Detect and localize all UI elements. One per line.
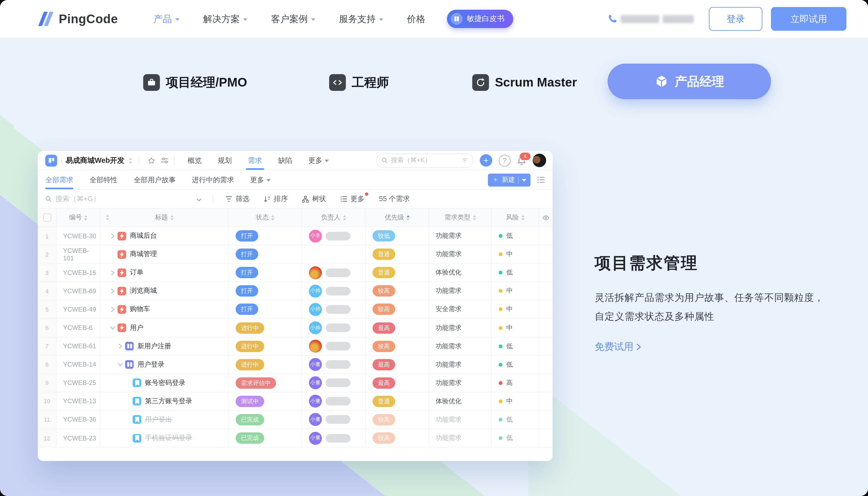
row-type[interactable]: 功能需求 [429,282,492,300]
table-row[interactable]: 5YCWEB-49购物车打开小帅较高安全需求中 [38,300,553,319]
nav-item-customers[interactable]: 客户案例 [271,13,315,25]
status-pill[interactable]: 打开 [236,230,258,242]
table-row[interactable]: 6YCWEB-6用户进行中小帅最高功能需求中 [38,319,553,337]
table-row[interactable]: 1YCWEB-30商城后台打开小李较低功能需求低 [38,227,553,245]
row-assignee-cell[interactable]: 小帅 [302,282,366,300]
row-assignee-cell[interactable] [302,245,366,263]
persona-tab-scrum-master[interactable]: Scrum Master [472,74,577,91]
assignee-avatar[interactable]: 小董 [309,395,322,408]
signup-button[interactable]: 立即试用 [771,7,847,31]
priority-pill[interactable]: 较低 [373,230,395,242]
row-title[interactable]: 第三方账号登录 [145,397,192,406]
row-title[interactable]: 用户 [130,323,143,332]
priority-pill[interactable]: 较高 [373,414,395,425]
table-row[interactable]: 3YCWEB-16订单打开普通体验优化低 [38,264,553,282]
tree-view-button[interactable]: 树状 [302,194,326,204]
column-header-type[interactable]: 需求类型 [429,208,492,227]
row-expand-chevron-right-icon[interactable] [109,307,116,312]
column-header-risk[interactable]: 风险 [492,208,539,227]
chevron-down-icon[interactable] [196,194,202,204]
row-title[interactable]: 浏览商城 [130,286,157,296]
row-risk[interactable]: 低 [492,337,539,355]
row-assignee-cell[interactable]: 小董 [302,411,366,429]
status-pill[interactable]: 打开 [236,285,258,297]
tab-planning[interactable]: 规划 [218,151,232,170]
row-risk[interactable]: 低 [492,227,539,245]
row-assignee-cell[interactable] [302,264,366,281]
priority-pill[interactable]: 普通 [373,267,395,278]
priority-pill[interactable]: 普通 [373,249,395,260]
row-type[interactable]: 功能需求 [429,374,492,392]
row-assignee-cell[interactable]: 小董 [302,374,366,392]
row-assignee-cell[interactable]: 小帅 [302,319,366,337]
assignee-avatar[interactable] [309,266,322,279]
table-search-input[interactable]: 搜索（⌘+G） [45,194,196,204]
status-pill[interactable]: 测试中 [236,396,264,407]
assignee-avatar[interactable]: 小帅 [309,303,322,316]
table-row[interactable]: 4YCWEB-69浏览商城打开小帅较高功能需求中 [38,282,553,300]
status-pill[interactable]: 已完成 [236,414,264,425]
column-header-status[interactable]: 状态 [229,208,302,227]
row-expand-chevron-down-icon[interactable] [117,362,123,367]
row-risk[interactable]: 中 [492,245,539,263]
view-tab-in-progress[interactable]: 进行中的需求 [192,170,234,189]
status-pill[interactable]: 进行中 [236,359,264,370]
status-pill[interactable]: 打开 [236,249,258,260]
priority-pill[interactable]: 较高 [373,304,395,315]
tab-more[interactable]: 更多 [308,151,329,170]
status-pill[interactable]: 打开 [236,267,258,278]
view-tab-all-features[interactable]: 全部特性 [90,170,118,189]
nav-item-pricing[interactable]: 价格 [407,13,425,25]
persona-tab-product-manager[interactable]: 产品经理 [608,64,771,99]
persona-tab-engineer[interactable]: 工程师 [329,74,389,91]
project-title[interactable]: 易成商城Web开发 [65,156,125,165]
status-pill[interactable]: 需求评估中 [236,377,276,389]
column-header-id[interactable]: 编号 [57,208,100,227]
view-tab-all-requirements[interactable]: 全部需求 [45,170,73,189]
persona-tab-pm[interactable]: 项目经理/PMO [143,74,247,91]
row-type[interactable]: 体验优化 [429,264,492,281]
project-switch-icon[interactable] [128,157,133,164]
row-expand-chevron-down-icon[interactable] [109,326,116,330]
sliders-icon[interactable] [161,157,169,164]
row-risk[interactable]: 低 [492,429,539,447]
table-row[interactable]: 10YCWEB-13第三方账号登录测试中小董普通体验优化中 [38,392,553,411]
priority-pill[interactable]: 最高 [373,359,395,370]
row-type[interactable]: 功能需求 [429,429,492,447]
row-type[interactable]: 功能需求 [429,411,492,429]
select-all-checkbox[interactable] [43,214,51,221]
priority-pill[interactable]: 最高 [373,377,395,389]
assignee-avatar[interactable]: 小李 [309,229,322,242]
row-title[interactable]: 商城后台 [130,231,157,241]
table-row[interactable]: 9YCWEB-25账号密码登录需求评估中小董最高功能需求高 [38,374,553,392]
assignee-avatar[interactable]: 小帅 [309,321,322,334]
nav-item-support[interactable]: 服务支持 [339,13,383,25]
tab-requirements[interactable]: 需求 [248,151,262,170]
assignee-avatar[interactable]: 小董 [309,413,322,426]
status-pill[interactable]: 打开 [236,304,258,315]
table-row[interactable]: 11YCWEB-36用户登出已完成小董较高功能需求低 [38,411,553,429]
row-risk[interactable]: 低 [492,264,539,281]
column-header-priority[interactable]: 优先级 [366,208,429,227]
row-expand-chevron-right-icon[interactable] [109,270,116,275]
row-expand-chevron-right-icon[interactable] [117,343,123,349]
priority-pill[interactable]: 较高 [373,340,395,352]
user-avatar[interactable] [533,154,546,167]
table-row[interactable]: 7YCWEB-61新用户注册进行中较高功能需求低 [38,337,553,356]
row-title[interactable]: 订单 [130,268,143,277]
tab-overview[interactable]: 概览 [188,151,202,170]
whitepaper-button[interactable]: 敏捷白皮书 [447,10,513,28]
row-title[interactable]: 用户登出 [145,415,172,424]
row-risk[interactable]: 低 [492,356,539,373]
row-assignee-cell[interactable]: 小李 [302,227,366,245]
row-assignee-cell[interactable]: 小帅 [302,300,366,319]
view-tab-more[interactable]: 更多 [250,170,270,189]
global-search-input[interactable]: 搜索（⌘+K） [376,153,474,167]
row-risk[interactable]: 低 [492,411,539,429]
star-icon[interactable] [148,157,155,164]
row-risk[interactable]: 中 [492,300,539,319]
more-button[interactable]: 更多 [340,194,365,204]
expand-all-icon[interactable] [105,215,110,220]
row-title[interactable]: 商城管理 [130,250,157,259]
new-item-button[interactable]: ＋新建 [488,173,530,186]
